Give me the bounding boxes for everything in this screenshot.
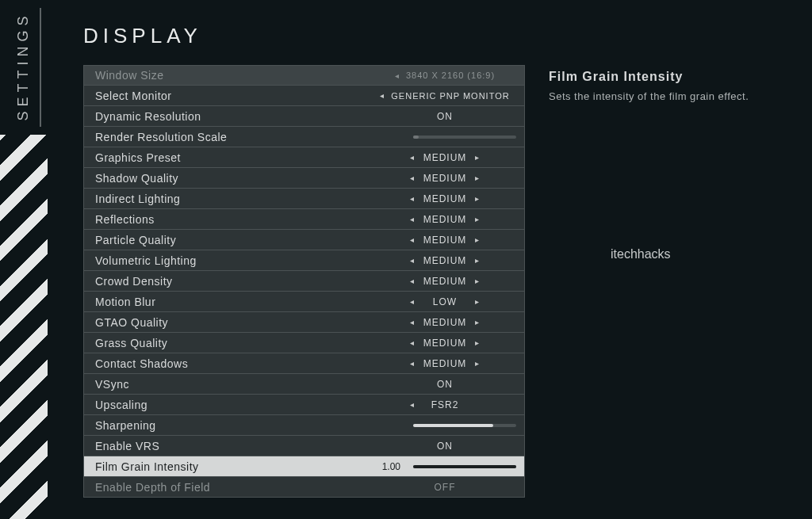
option-slider[interactable] bbox=[373, 424, 516, 427]
option-selector[interactable]: ◂ GENERIC PNP MONITOR bbox=[373, 91, 516, 101]
settings-sidebar-label: SETTINGS bbox=[6, 6, 40, 125]
option-value[interactable]: ON bbox=[373, 111, 516, 122]
option-selector[interactable]: ◂ MEDIUM ▸ bbox=[373, 276, 516, 287]
chevron-left-icon[interactable]: ◂ bbox=[380, 91, 385, 100]
row-film-grain-intensity[interactable]: Film Grain Intensity 1.00 bbox=[84, 456, 524, 477]
slider-track[interactable] bbox=[413, 424, 516, 427]
option-value[interactable]: ON bbox=[373, 379, 516, 390]
option-selector[interactable]: ◂ FSR2 ▸ bbox=[373, 399, 516, 410]
chevron-left-icon[interactable]: ◂ bbox=[410, 215, 415, 223]
option-selector[interactable]: ◂ MEDIUM ▸ bbox=[373, 317, 516, 328]
chevron-left-icon[interactable]: ◂ bbox=[410, 277, 415, 285]
option-selector[interactable]: ◂ MEDIUM ▸ bbox=[373, 152, 516, 163]
hazard-stripes bbox=[0, 135, 48, 519]
chevron-right-icon[interactable]: ▸ bbox=[475, 215, 480, 223]
row-label: Indirect Lighting bbox=[95, 193, 373, 205]
chevron-left-icon[interactable]: ◂ bbox=[410, 318, 415, 326]
chevron-left-icon[interactable]: ◂ bbox=[410, 359, 415, 368]
row-label: Reflections bbox=[95, 213, 373, 226]
row-indirect-lighting[interactable]: Indirect Lighting ◂ MEDIUM ▸ bbox=[84, 189, 524, 209]
slider-track[interactable] bbox=[413, 465, 516, 468]
option-selector[interactable]: ◂ MEDIUM ▸ bbox=[373, 214, 516, 225]
row-label: Shadow Quality bbox=[95, 172, 373, 185]
option-value[interactable]: OFF bbox=[373, 482, 516, 493]
row-label: Contact Shadows bbox=[95, 357, 373, 370]
row-label: Film Grain Intensity bbox=[95, 460, 358, 473]
option-selector[interactable]: ◂ LOW ▸ bbox=[373, 296, 516, 307]
row-reflections[interactable]: Reflections ◂ MEDIUM ▸ bbox=[84, 209, 524, 230]
chevron-right-icon[interactable]: ▸ bbox=[475, 359, 480, 368]
chevron-right-icon[interactable]: ▸ bbox=[475, 194, 480, 203]
row-volumetric-lighting[interactable]: Volumetric Lighting ◂ MEDIUM ▸ bbox=[84, 250, 524, 271]
row-label: Window Size bbox=[95, 69, 373, 82]
row-gtao-quality[interactable]: GTAO Quality ◂ MEDIUM ▸ bbox=[84, 312, 524, 333]
chevron-right-icon[interactable]: ▸ bbox=[475, 318, 480, 326]
option-slider[interactable]: 1.00 bbox=[358, 461, 516, 472]
chevron-right-icon[interactable]: ▸ bbox=[475, 277, 480, 285]
row-label: Graphics Preset bbox=[95, 151, 373, 164]
row-label: Sharpening bbox=[95, 419, 373, 432]
chevron-left-icon[interactable]: ◂ bbox=[410, 174, 415, 182]
chevron-left-icon[interactable]: ◂ bbox=[410, 400, 415, 409]
row-graphics-preset[interactable]: Graphics Preset ◂ MEDIUM ▸ bbox=[84, 147, 524, 168]
slider-value: 1.00 bbox=[382, 461, 400, 472]
chevron-right-icon[interactable]: ▸ bbox=[475, 174, 480, 182]
row-render-resolution-scale[interactable]: Render Resolution Scale bbox=[84, 127, 524, 147]
chevron-left-icon[interactable]: ◂ bbox=[410, 153, 415, 162]
chevron-right-icon[interactable]: ▸ bbox=[475, 153, 480, 162]
row-dynamic-resolution[interactable]: Dynamic Resolution ON bbox=[84, 106, 524, 127]
page-title: DISPLAY bbox=[83, 24, 202, 48]
row-label: Crowd Density bbox=[95, 275, 373, 288]
row-motion-blur[interactable]: Motion Blur ◂ LOW ▸ bbox=[84, 292, 524, 312]
row-label: Select Monitor bbox=[95, 90, 373, 102]
row-label: Enable VRS bbox=[95, 440, 373, 452]
option-value: ◂ 3840 X 2160 (16:9) bbox=[373, 71, 516, 80]
chevron-right-icon[interactable]: ▸ bbox=[475, 235, 480, 244]
row-select-monitor[interactable]: Select Monitor ◂ GENERIC PNP MONITOR bbox=[84, 86, 524, 106]
option-selector[interactable]: ◂ MEDIUM ▸ bbox=[373, 338, 516, 349]
row-label: Enable Depth of Field bbox=[95, 481, 373, 494]
row-label: Upscaling bbox=[95, 399, 373, 411]
watermark: itechhacks bbox=[611, 247, 671, 261]
row-particle-quality[interactable]: Particle Quality ◂ MEDIUM ▸ bbox=[84, 230, 524, 250]
row-enable-depth-of-field[interactable]: Enable Depth of Field OFF bbox=[84, 477, 524, 498]
row-shadow-quality[interactable]: Shadow Quality ◂ MEDIUM ▸ bbox=[84, 168, 524, 189]
row-enable-vrs[interactable]: Enable VRS ON bbox=[84, 436, 524, 456]
settings-panel: Window Size ◂ 3840 X 2160 (16:9) Select … bbox=[83, 65, 525, 498]
row-label: Motion Blur bbox=[95, 296, 373, 308]
chevron-left-icon[interactable]: ◂ bbox=[410, 297, 415, 306]
chevron-left-icon[interactable]: ◂ bbox=[410, 256, 415, 265]
row-label: Volumetric Lighting bbox=[95, 254, 373, 267]
row-label: Dynamic Resolution bbox=[95, 110, 373, 123]
chevron-left-icon[interactable]: ◂ bbox=[410, 235, 415, 244]
sidebar-divider bbox=[40, 8, 41, 127]
row-crowd-density[interactable]: Crowd Density ◂ MEDIUM ▸ bbox=[84, 271, 524, 292]
row-grass-quality[interactable]: Grass Quality ◂ MEDIUM ▸ bbox=[84, 333, 524, 353]
option-selector[interactable]: ◂ MEDIUM ▸ bbox=[373, 235, 516, 246]
row-label: Particle Quality bbox=[95, 234, 373, 246]
row-contact-shadows[interactable]: Contact Shadows ◂ MEDIUM ▸ bbox=[84, 353, 524, 374]
option-selector[interactable]: ◂ MEDIUM ▸ bbox=[373, 358, 516, 369]
option-description: Film Grain Intensity Sets the intensity … bbox=[549, 70, 795, 102]
row-sharpening[interactable]: Sharpening bbox=[84, 415, 524, 436]
row-label: GTAO Quality bbox=[95, 316, 373, 329]
option-selector[interactable]: ◂ MEDIUM ▸ bbox=[373, 193, 516, 204]
row-upscaling[interactable]: Upscaling ◂ FSR2 ▸ bbox=[84, 395, 524, 415]
chevron-left-icon: ◂ bbox=[395, 71, 400, 80]
chevron-right-icon[interactable]: ▸ bbox=[475, 297, 480, 306]
option-value[interactable]: ON bbox=[373, 441, 516, 452]
option-selector[interactable]: ◂ MEDIUM ▸ bbox=[373, 173, 516, 184]
chevron-right-icon[interactable]: ▸ bbox=[475, 256, 480, 265]
row-label: VSync bbox=[95, 378, 373, 391]
row-label: Grass Quality bbox=[95, 337, 373, 349]
description-body: Sets the intensity of the film grain eff… bbox=[549, 90, 795, 102]
row-window-size: Window Size ◂ 3840 X 2160 (16:9) bbox=[84, 66, 524, 86]
option-slider[interactable] bbox=[373, 135, 516, 139]
slider-track[interactable] bbox=[413, 135, 516, 139]
chevron-left-icon[interactable]: ◂ bbox=[410, 338, 415, 347]
chevron-left-icon[interactable]: ◂ bbox=[410, 194, 415, 203]
row-label: Render Resolution Scale bbox=[95, 131, 373, 143]
chevron-right-icon[interactable]: ▸ bbox=[475, 338, 480, 347]
row-vsync[interactable]: VSync ON bbox=[84, 374, 524, 395]
option-selector[interactable]: ◂ MEDIUM ▸ bbox=[373, 255, 516, 266]
